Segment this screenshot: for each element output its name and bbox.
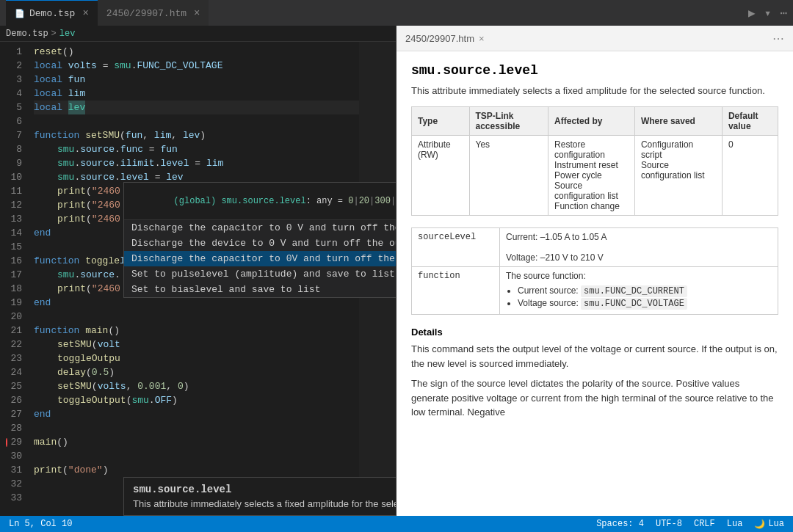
col-default: Default value [722,107,778,136]
code-line-28 [34,421,396,435]
param-row-function: function The source function: Current so… [412,267,778,315]
code-line-25: setSMU(volts, 0.001, 0) [34,379,396,393]
breadcrumb: Demo.tsp > lev [0,26,396,42]
autocomplete-item-3[interactable]: Discharge the capacitor to 0V and turn o… [124,251,396,266]
encoding-text: UTF-8 [656,519,682,529]
details-para-2: The sign of the source level dictates th… [411,376,778,420]
doc-tab[interactable]: 2450/29907.htm × [405,33,485,44]
tab1-close[interactable]: × [82,7,88,19]
details-title: Details [411,327,778,338]
param-desc-sourcelevel: Current: –1.05 A to 1.05 A Voltage: –210… [500,228,778,267]
code-line-30 [34,449,396,463]
code-line-27: end [34,407,396,421]
cell-saved: Configuration script Source configuratio… [634,136,722,216]
editor-panel: Demo.tsp > lev 1 2 3 4 5 6 7 8 9 10 11 1… [0,26,396,516]
tab2-close[interactable]: × [194,7,200,19]
status-encoding[interactable]: UTF-8 [656,519,682,530]
run-dropdown[interactable]: ▾ [764,6,772,21]
docs-content: smu.source.level This attribute immediat… [396,51,793,437]
run-button[interactable]: ▶ [748,6,756,21]
tab-demo-tsp[interactable]: 📄 Demo.tsp × [6,0,98,26]
breakpoint-indicator [6,438,7,447]
code-line-20 [34,310,396,324]
line-ending-text: CRLF [694,519,715,529]
hover-doc-desc: This attribute immediately selects a fix… [133,498,396,509]
col-type: Type [412,107,470,136]
col-tsp: TSP-Link accessible [469,107,548,136]
status-bar: Ln 5, Col 10 Spaces: 4 UTF-8 CRLF Lua 🌙 … [0,516,793,532]
hover-doc-title: smu.source.level [133,484,396,495]
breadcrumb-sep: > [51,29,57,39]
autocomplete-item-4[interactable]: Set to pulselevel (amplitude) and save t… [124,266,396,282]
param-desc-function: The source function: Current source: smu… [500,267,778,315]
status-language[interactable]: Lua [727,519,743,530]
title-bar: 📄 Demo.tsp × 2450/29907.htm × ▶ ▾ ⋯ [0,0,793,26]
editor-toolbar: ▶ ▾ ⋯ [748,6,787,21]
autocomplete-item-1[interactable]: Discharge the capacitor to 0 V and turn … [124,220,396,236]
status-right-items: Spaces: 4 UTF-8 CRLF Lua 🌙 Lua [596,519,784,530]
doc-attributes-table: Type TSP-Link accessible Affected by Whe… [411,106,778,216]
doc-tab-close[interactable]: × [479,33,485,44]
autocomplete-item-5[interactable]: Set to biaslevel and save to list [124,282,396,297]
code-line-5: local lev [34,101,396,114]
param-row-sourcelevel: sourceLevel Current: –1.05 A to 1.05 A V… [412,228,778,267]
tab1-label: Demo.tsp [29,8,75,19]
code-line-22: setSMU(volt [34,338,396,351]
code-line-7: function setSMU(fun, lim, lev) [34,128,396,142]
code-line-29: main() [34,435,396,449]
col-affected: Affected by [548,107,635,136]
doc-tab-toolbar[interactable]: ⋯ [772,32,784,45]
ts-file-icon: 📄 [15,9,25,18]
hover-doc-panel: smu.source.level This attribute immediat… [123,477,396,516]
doc-params-table: sourceLevel Current: –1.05 A to 1.05 A V… [411,227,778,315]
code-line-6 [34,114,396,128]
code-line-26: toggleOutput(smu.OFF) [34,393,396,407]
doc-main-title: smu.source.level [411,63,778,78]
details-para-1: This command sets the output level of th… [411,342,778,371]
more-options[interactable]: ⋯ [780,6,787,21]
autocomplete-popup[interactable]: (global) smu.source.level: any = 0|20|30… [123,182,396,298]
autocomplete-type-info: (global) smu.source.level: any = 0|20|30… [124,183,396,220]
status-line-ending[interactable]: CRLF [694,519,715,530]
status-spaces[interactable]: Spaces: 4 [596,519,644,530]
code-line-1: reset() [34,45,396,59]
code-line-3: local fun [34,73,396,87]
main-area: Demo.tsp > lev 1 2 3 4 5 6 7 8 9 10 11 1… [0,26,793,516]
language-text: Lua [727,519,743,529]
doc-tab-label: 2450/29907.htm [405,33,474,44]
code-line-2: local volts = smu.FUNC_DC_VOLTAGE [34,59,396,73]
status-lang2[interactable]: 🌙 Lua [754,519,784,530]
code-line-31: print("done") [34,463,396,477]
cell-affected: Restore configuration Instrument reset P… [548,136,635,216]
cell-default: 0 [722,136,778,216]
moon-icon: 🌙 [754,519,765,530]
code-line-4: local lim [34,87,396,101]
cell-type: Attribute (RW) [412,136,470,216]
col-saved: Where saved [634,107,722,136]
line-numbers: 1 2 3 4 5 6 7 8 9 10 11 12 13 14 15 16 1… [0,42,28,516]
lang2-text: Lua [768,519,784,529]
tab2-label: 2450/29907.htm [106,8,187,19]
param-name-sourcelevel: sourceLevel [412,228,500,267]
spaces-text: Spaces: 4 [596,519,644,529]
code-line-9: smu.source.ilimit.level = lim [34,156,396,170]
code-line-24: delay(0.5) [34,365,396,379]
breadcrumb-file: Demo.tsp [6,29,48,39]
autocomplete-item-2[interactable]: Discharge the device to 0 V and turn off… [124,236,396,251]
ln-col-text: Ln 5, Col 10 [9,519,72,529]
tab-docs[interactable]: 2450/29907.htm × [98,0,209,26]
code-line-21: function main() [34,324,396,338]
param-name-function: function [412,267,500,315]
code-line-8: smu.source.func = fun [34,142,396,156]
doc-intro: This attribute immediately selects a fix… [411,85,778,96]
table-row: Attribute (RW) Yes Restore configuration… [412,136,778,216]
cell-tsp: Yes [469,136,548,216]
code-line-23: toggleOutpu [34,351,396,365]
breadcrumb-symbol: lev [59,29,76,39]
docs-header: 2450/29907.htm × ⋯ [396,26,793,51]
status-ln-col[interactable]: Ln 5, Col 10 [9,519,72,529]
docs-panel: 2450/29907.htm × ⋯ smu.source.level This… [396,26,793,516]
